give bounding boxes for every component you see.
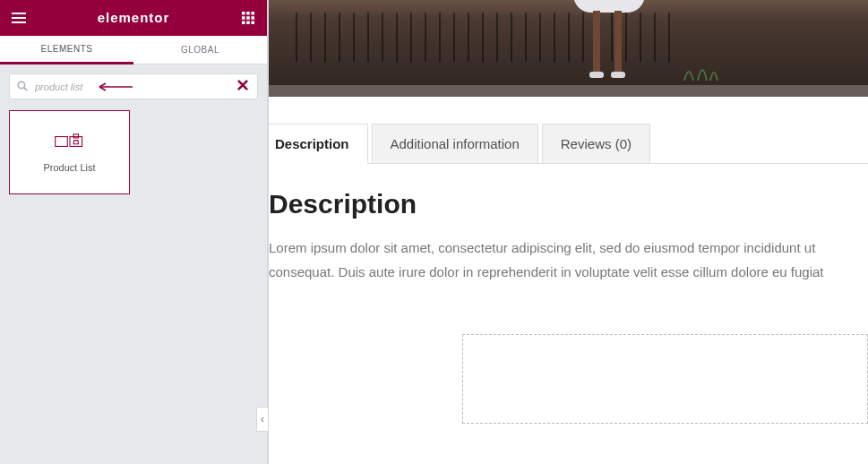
tab-elements[interactable]: ELEMENTS [0,36,133,64]
widget-label: Product List [43,162,95,173]
svg-rect-3 [242,12,245,15]
apps-icon[interactable] [238,8,258,28]
svg-rect-5 [252,12,255,15]
tab-additional-information[interactable]: Additional information [372,124,538,163]
svg-rect-9 [242,21,245,25]
svg-rect-15 [55,137,67,147]
section-text: Lorem ipsum dolor sit amet, consectetur … [269,236,868,284]
drop-zone[interactable] [462,334,868,424]
chevron-left-icon: ‹ [261,413,264,425]
svg-rect-17 [73,134,78,138]
svg-point-12 [18,82,25,89]
hero-image [269,0,868,97]
preview-canvas: Description Additional information Revie… [269,0,868,464]
product-list-icon [55,132,85,151]
tab-reviews[interactable]: Reviews (0) [542,124,650,163]
svg-rect-0 [12,13,26,14]
panel-header: elementor [0,0,267,36]
svg-rect-2 [12,21,26,23]
tab-description[interactable]: Description [269,124,368,164]
widget-product-list[interactable]: Product List [9,110,130,194]
svg-rect-7 [246,16,250,20]
svg-rect-4 [246,12,250,15]
tab-global[interactable]: GLOBAL [133,36,267,64]
collapse-panel-button[interactable]: ‹ [256,407,269,432]
svg-rect-10 [246,21,250,25]
elementor-panel: elementor ELEMENTS GLOBAL [0,0,268,464]
close-icon[interactable] [236,79,249,91]
menu-icon[interactable] [9,8,29,28]
svg-rect-11 [252,21,255,25]
product-tabs: Description Additional information Revie… [269,124,868,164]
section-title: Description [269,189,868,219]
panel-tabs: ELEMENTS GLOBAL [0,36,267,64]
svg-rect-8 [252,16,255,20]
svg-rect-6 [242,16,245,20]
brand-logo: elementor [98,10,170,25]
svg-line-13 [24,88,27,90]
svg-rect-1 [12,17,26,19]
search-icon [17,81,28,91]
search-wrap [0,64,267,105]
product-body: Description Additional information Revie… [269,97,868,424]
widgets-grid: Product List [0,105,267,200]
search-input[interactable] [9,73,258,99]
brand-wrap: elementor [29,10,238,26]
